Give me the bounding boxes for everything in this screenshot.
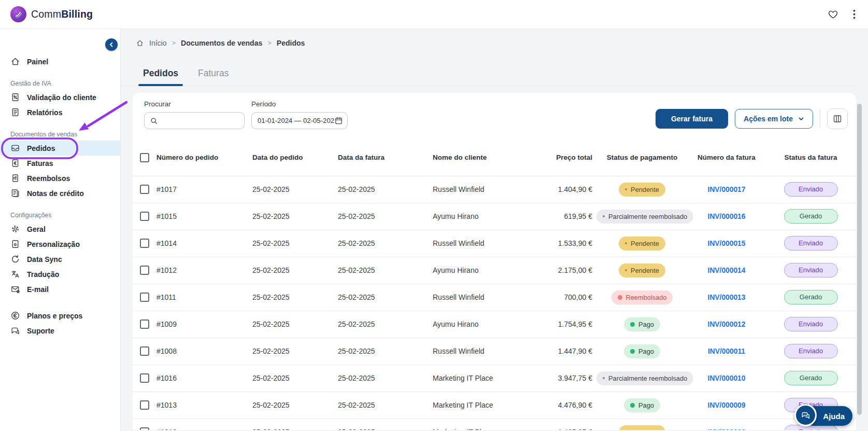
client-name: Russell Winfield (433, 338, 556, 365)
sidebar-item-reembolsos[interactable]: Reembolsos (0, 171, 120, 186)
topbar-actions (828, 9, 856, 20)
row-checkbox[interactable] (140, 266, 149, 275)
payment-status-label: Pago (638, 347, 654, 355)
col-header-total-price: Preço total (556, 140, 596, 176)
order-number: #1012 (156, 257, 252, 284)
tab-pedidos[interactable]: Pedidos (141, 68, 180, 86)
payment-status-badge: Parcialmente reembolsado (596, 210, 693, 224)
search-input[interactable] (162, 117, 239, 124)
row-checkbox[interactable] (140, 346, 149, 356)
invoice-date: 25-02-2025 (338, 365, 433, 392)
sidebar-item-email[interactable]: E-mail (0, 282, 120, 297)
kebab-menu-icon[interactable] (853, 9, 856, 19)
invoice-euro-icon (10, 158, 20, 168)
table-row[interactable]: #1008 25-02-2025 25-02-2025 Russell Winf… (133, 338, 856, 365)
table-row[interactable]: #1015 25-02-2025 25-02-2025 Ayumu Hirano… (133, 203, 856, 230)
table-row[interactable]: #1016 25-02-2025 25-02-2025 Marketing IT… (133, 365, 856, 392)
invoice-link[interactable]: INV/000014 (708, 267, 746, 274)
row-checkbox[interactable] (140, 212, 149, 221)
invoice-link[interactable]: INV/000011 (708, 347, 745, 355)
batch-actions-button[interactable]: Ações em lote (735, 109, 813, 129)
app-logo[interactable]: CommBilling (10, 6, 93, 22)
row-checkbox[interactable] (140, 293, 149, 302)
breadcrumb-separator: > (267, 39, 272, 47)
total-price: 619,95 € (556, 203, 596, 230)
order-number: #1008 (156, 338, 252, 365)
table-row[interactable]: #1017 25-02-2025 25-02-2025 Russell Winf… (133, 176, 856, 203)
invoice-link[interactable]: INV/000010 (708, 374, 746, 382)
table-row[interactable]: #1014 25-02-2025 25-02-2025 Russell Winf… (133, 230, 856, 257)
invoice-link[interactable]: INV/000017 (708, 186, 746, 193)
table-row[interactable]: #1012 25-02-2025 25-02-2025 Ayumu Hirano… (133, 257, 856, 284)
payment-status-label: Pendente (631, 240, 659, 247)
invoice-link[interactable]: INV/000015 (708, 240, 746, 247)
invoice-link[interactable]: INV/000013 (708, 294, 746, 301)
sidebar-collapse-button[interactable] (105, 38, 118, 51)
order-date: 25-02-2025 (252, 230, 338, 257)
invoice-link[interactable]: INV/000008 (708, 428, 746, 430)
sidebar-item-label: Suporte (27, 327, 54, 335)
invoice-link[interactable]: INV/000016 (708, 213, 746, 220)
table-row[interactable]: #1011 25-02-2025 25-02-2025 Russell Winf… (133, 284, 856, 311)
sidebar-item-relatorios[interactable]: Relatórios (0, 105, 120, 120)
row-checkbox[interactable] (140, 400, 149, 410)
home-icon (10, 57, 20, 66)
invoice-status-badge: Enviado (784, 236, 838, 251)
chevron-down-icon (798, 116, 804, 122)
table-row[interactable]: #1013 25-02-2025 25-02-2025 Marketing IT… (133, 392, 856, 419)
sidebar-item-personalizacao[interactable]: Personalização (0, 237, 120, 252)
table-row[interactable]: #1009 25-02-2025 25-02-2025 Ayumu Hirano… (133, 311, 856, 338)
breadcrumb-home[interactable]: Início (149, 39, 166, 47)
favorite-heart-icon[interactable] (828, 9, 838, 20)
document-lines-icon (10, 107, 20, 117)
total-price: 4.476,90 € (556, 392, 596, 419)
tab-faturas[interactable]: Faturas (196, 68, 231, 86)
invoice-date: 25-02-2025 (338, 338, 433, 365)
sidebar-item-faturas[interactable]: Faturas (0, 156, 120, 171)
client-name: Russell Winfield (433, 230, 556, 257)
row-checkbox[interactable] (140, 185, 149, 194)
filter-actions: Gerar fatura Ações em lote (656, 108, 848, 129)
sidebar-item-notas-credito[interactable]: Notas de crédito (0, 186, 120, 201)
total-price: 1.447,90 € (556, 338, 596, 365)
client-name: Russell Winfield (433, 284, 556, 311)
generate-invoice-button[interactable]: Gerar fatura (656, 109, 728, 129)
sidebar-item-pedidos[interactable]: Pedidos (0, 141, 120, 156)
client-name: Marketing IT Place (433, 365, 556, 392)
help-button[interactable]: Ajuda (796, 404, 852, 426)
invoice-link[interactable]: INV/000012 (708, 321, 746, 328)
breadcrumb-section[interactable]: Documentos de vendas (181, 39, 262, 47)
sidebar-item-traducao[interactable]: Tradução (0, 267, 120, 282)
orders-panel: Procurar Período 01-01-2024 — 02-05-202 (133, 93, 856, 430)
row-checkbox[interactable] (140, 373, 149, 383)
table-header-row: Número do pedido Data do pedido Data da … (133, 140, 856, 176)
payment-status-badge: Pendente (619, 183, 665, 197)
row-checkbox[interactable] (140, 427, 149, 430)
sidebar-item-painel[interactable]: Painel (0, 54, 120, 69)
row-checkbox[interactable] (140, 319, 149, 329)
select-all-checkbox[interactable] (140, 153, 149, 162)
order-number: #1010 (156, 419, 252, 430)
period-picker[interactable]: 01-01-2024 — 02-05-202 (251, 112, 348, 129)
col-header-client-name: Nome do cliente (433, 140, 556, 176)
col-header-invoice-number: Número da fatura (688, 140, 765, 176)
period-label: Período (251, 100, 348, 108)
brand-name: CommBilling (31, 8, 93, 20)
order-number: #1014 (156, 230, 252, 257)
invoice-link[interactable]: INV/000009 (708, 401, 746, 409)
total-price: 1.754,95 € (556, 311, 596, 338)
breadcrumb-current: Pedidos (277, 39, 305, 47)
table-row[interactable]: #1010 25-02-2025 25-02-2025 Marketing IT… (133, 419, 856, 430)
search-label: Procurar (144, 100, 245, 108)
client-name: Russell Winfield (433, 176, 556, 203)
sidebar-item-planos-precos[interactable]: Planos e preços (0, 308, 120, 323)
vertical-scrollbar[interactable] (857, 104, 862, 415)
sidebar-item-data-sync[interactable]: Data Sync (0, 252, 120, 267)
column-settings-button[interactable] (827, 108, 848, 129)
sidebar-item-suporte[interactable]: Suporte (0, 323, 120, 338)
sidebar-item-validacao-cliente[interactable]: Validação do cliente (0, 90, 120, 105)
filter-bar: Procurar Período 01-01-2024 — 02-05-202 (133, 93, 856, 140)
row-checkbox[interactable] (140, 239, 149, 248)
sidebar-item-geral[interactable]: Geral (0, 221, 120, 237)
breadcrumb-separator: > (172, 39, 176, 47)
